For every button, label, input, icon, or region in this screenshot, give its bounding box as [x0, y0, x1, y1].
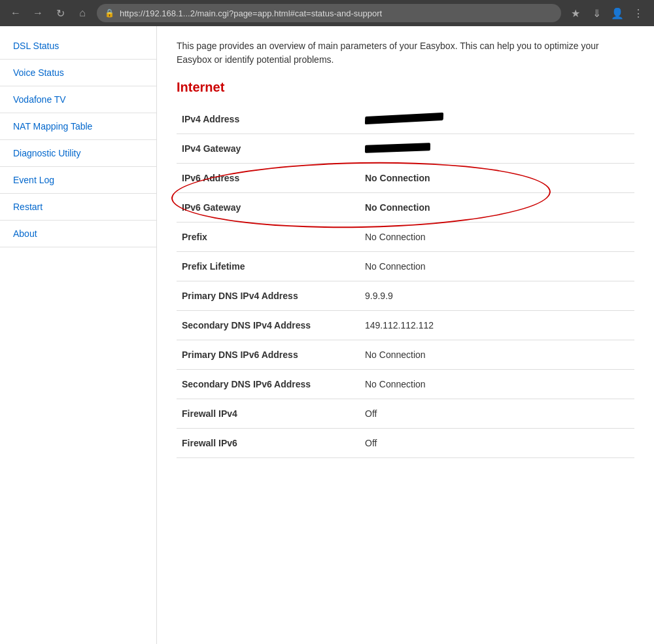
row-label: Firewall IPv4 [177, 399, 360, 429]
lock-icon: 🔒 [105, 9, 114, 18]
sidebar-item-about[interactable]: About [0, 221, 156, 247]
row-value: No Connection [360, 370, 634, 399]
table-row: Secondary DNS IPv4 Address 149.112.112.1… [177, 311, 634, 340]
row-label: IPv6 Address [177, 164, 360, 193]
sidebar-item-restart[interactable]: Restart [0, 194, 156, 221]
sidebar-item-vodafone-tv[interactable]: Vodafone TV [0, 86, 156, 113]
table-row: Firewall IPv6 Off [177, 429, 634, 458]
page-layout: DSL Status Voice Status Vodafone TV NAT … [0, 26, 654, 644]
row-value: 9.9.9.9 [360, 281, 634, 311]
table-row: IPv4 Gateway [177, 134, 634, 164]
row-value: Off [360, 399, 634, 429]
section-title: Internet [177, 80, 634, 98]
row-value: No Connection [360, 223, 634, 252]
table-row: Primary DNS IPv6 Address No Connection [177, 340, 634, 370]
star-icon[interactable]: ★ [566, 4, 585, 22]
sidebar-item-voice-status[interactable]: Voice Status [0, 60, 156, 86]
row-label: Secondary DNS IPv6 Address [177, 370, 360, 399]
row-label: Primary DNS IPv6 Address [177, 340, 360, 370]
ipv6-gateway-row: IPv6 Gateway No Connection [177, 193, 634, 223]
table-row: Prefix No Connection [177, 223, 634, 252]
table-row: Firewall IPv4 Off [177, 399, 634, 429]
home-button[interactable]: ⌂ [73, 4, 92, 22]
browser-chrome: ← → ↻ ⌂ 🔒 https://192.168.1...2/main.cgi… [0, 0, 654, 26]
sidebar-item-event-log[interactable]: Event Log [0, 167, 156, 194]
browser-actions: ★ ⇓ 👤 ⋮ [566, 4, 647, 22]
sidebar-item-nat-mapping[interactable]: NAT Mapping Table [0, 113, 156, 140]
download-icon[interactable]: ⇓ [587, 4, 606, 22]
row-value: No Connection [360, 164, 634, 193]
row-value: No Connection [360, 252, 634, 281]
row-value: Off [360, 429, 634, 458]
menu-icon[interactable]: ⋮ [629, 4, 647, 22]
address-bar[interactable]: 🔒 https://192.168.1...2/main.cgi?page=ap… [97, 4, 561, 22]
back-button[interactable]: ← [7, 4, 25, 22]
redacted-value [365, 143, 430, 153]
row-label: IPv4 Gateway [177, 134, 360, 164]
forward-button[interactable]: → [29, 4, 47, 22]
row-label: Prefix Lifetime [177, 252, 360, 281]
row-label: IPv4 Address [177, 105, 360, 134]
row-value: No Connection [360, 193, 634, 223]
row-label: Firewall IPv6 [177, 429, 360, 458]
sidebar: DSL Status Voice Status Vodafone TV NAT … [0, 26, 157, 644]
table-row: Secondary DNS IPv6 Address No Connection [177, 370, 634, 399]
sidebar-item-dsl-status[interactable]: DSL Status [0, 33, 156, 60]
table-row: Prefix Lifetime No Connection [177, 252, 634, 281]
row-value: No Connection [360, 340, 634, 370]
ipv6-address-row: IPv6 Address No Connection [177, 164, 634, 193]
rows-container: IPv4 Address IPv4 Gateway IP [177, 105, 634, 458]
reload-button[interactable]: ↻ [51, 4, 69, 22]
url-text: https://192.168.1...2/main.cgi?page=app.… [120, 9, 382, 18]
row-label: Secondary DNS IPv4 Address [177, 311, 360, 340]
page-description: This page provides an overview of main p… [177, 39, 634, 67]
row-value [360, 134, 634, 164]
table-row: Primary DNS IPv4 Address 9.9.9.9 [177, 281, 634, 311]
row-value [360, 105, 634, 134]
info-table: IPv4 Address IPv4 Gateway IP [177, 105, 634, 458]
table-row: IPv4 Address [177, 105, 634, 134]
main-content: This page provides an overview of main p… [157, 26, 654, 644]
browser-nav-icons: ← → ↻ ⌂ [7, 4, 92, 22]
redacted-value [365, 113, 443, 124]
row-value: 149.112.112.112 [360, 311, 634, 340]
profile-icon[interactable]: 👤 [608, 4, 627, 22]
row-label: IPv6 Gateway [177, 193, 360, 223]
sidebar-item-diagnostic[interactable]: Diagnostic Utility [0, 140, 156, 167]
row-label: Primary DNS IPv4 Address [177, 281, 360, 311]
row-label: Prefix [177, 223, 360, 252]
